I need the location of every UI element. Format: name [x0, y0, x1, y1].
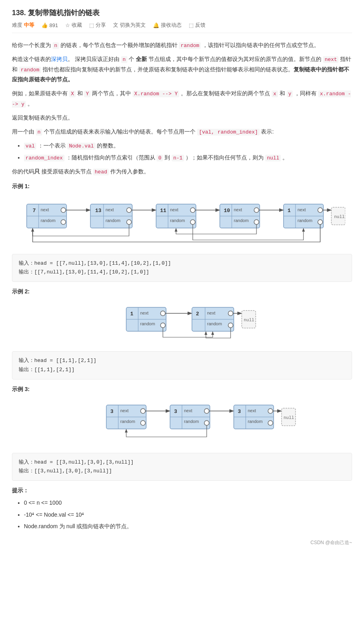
- svg-text:random: random: [120, 419, 135, 424]
- collect-button[interactable]: ☆ 收藏: [65, 22, 82, 29]
- difficulty-section: 难度 中等: [12, 22, 34, 29]
- svg-point-74: [141, 421, 145, 425]
- feedback-button[interactable]: ⬚ 反馈: [189, 22, 205, 29]
- hint-item-3: Node.random 为 null 或指向链表中的节点。: [24, 522, 352, 531]
- svg-point-38: [318, 208, 323, 212]
- description-list: val ：一个表示 Node.val 的整数。 random_index ：随机…: [12, 141, 352, 163]
- example1-diagram: 7 next random 13 next random 11 next ran…: [12, 194, 352, 250]
- svg-point-89: [268, 409, 273, 413]
- share-icon: ⬚: [89, 22, 94, 28]
- svg-text:next: next: [248, 408, 256, 413]
- svg-text:next: next: [41, 207, 49, 212]
- bullet-item-1: val ：一个表示 Node.val 的整数。: [24, 141, 352, 151]
- example1-svg: 7 next random 13 next random 11 next ran…: [19, 196, 345, 248]
- svg-text:7: 7: [33, 208, 36, 214]
- svg-text:next: next: [170, 207, 178, 212]
- svg-point-54: [160, 323, 165, 328]
- svg-text:next: next: [184, 408, 192, 413]
- deep-copy-link[interactable]: 深拷贝: [51, 56, 68, 62]
- example3-code: 输入：head = [[3,null],[3,0],[3,null]] 输出：[…: [12, 453, 352, 481]
- example1-input: 输入：head = [[7,null],[13,0],[11,4],[10,2]…: [19, 259, 345, 268]
- description-para2: 构造这个链表的深拷贝。 深拷贝应该正好由 n 个 全新 节点组成，其中每个新节点…: [12, 54, 352, 85]
- difficulty-label: 难度: [12, 22, 22, 29]
- notify-button[interactable]: 🔔 接收动态: [153, 22, 182, 29]
- hint-item-2: -10⁴ <= Node.val <= 10⁴: [24, 510, 352, 520]
- svg-text:next: next: [207, 311, 215, 315]
- svg-text:11: 11: [160, 208, 166, 214]
- svg-text:10: 10: [224, 208, 230, 214]
- svg-point-7: [61, 220, 66, 224]
- example2-diagram: 1 next random 2 next random null: [12, 299, 352, 347]
- language-icon: 文: [113, 22, 118, 29]
- example1-title: 示例 1:: [12, 183, 352, 190]
- example3-input: 输入：head = [[3,null],[3,0],[3,null]]: [19, 458, 345, 467]
- feedback-icon: ⬚: [189, 22, 194, 28]
- svg-text:random: random: [140, 321, 155, 326]
- description-para3: 例如，如果原链表中有 X 和 Y 两个节点，其中 X.random --> Y …: [12, 88, 352, 109]
- example1-output: 输出：[[7,null],[13,0],[11,4],[10,2],[1,0]]: [19, 268, 345, 277]
- likes-button[interactable]: 👍 891: [41, 22, 58, 28]
- likes-count: 891: [49, 22, 58, 28]
- svg-point-31: [254, 220, 259, 224]
- hints-title: 提示：: [12, 487, 352, 494]
- svg-text:13: 13: [95, 208, 102, 214]
- example3-diagram: 3 next random 3 next random 3 next rando…: [12, 397, 352, 449]
- example2-title: 示例 2:: [12, 288, 352, 295]
- share-button[interactable]: ⬚ 分享: [89, 22, 106, 29]
- example3-svg: 3 next random 3 next random 3 next rando…: [63, 399, 301, 447]
- svg-text:null: null: [244, 318, 254, 322]
- svg-text:random: random: [106, 218, 120, 223]
- svg-point-14: [127, 208, 131, 212]
- svg-point-30: [254, 208, 259, 212]
- page-title: 138. 复制带随机指针的链表: [12, 8, 352, 18]
- svg-text:random: random: [184, 419, 199, 424]
- svg-point-73: [141, 409, 145, 413]
- svg-point-23: [190, 220, 195, 224]
- example3-title: 示例 3:: [12, 386, 352, 393]
- svg-point-90: [268, 421, 273, 425]
- svg-text:null: null: [284, 415, 294, 420]
- svg-text:null: null: [334, 214, 344, 219]
- svg-text:next: next: [234, 207, 242, 212]
- description-para1: 给你一个长度为 n 的链表，每个节点包含一个额外增加的随机指针 random ，…: [12, 40, 352, 50]
- svg-point-53: [160, 311, 165, 316]
- svg-point-15: [127, 220, 131, 224]
- footer: CSDN @命由己造~: [12, 539, 352, 546]
- example3-output: 输出：[[3,null],[3,0],[3,null]]: [19, 467, 345, 476]
- svg-text:next: next: [106, 207, 114, 212]
- feedback-label: 反馈: [195, 22, 205, 29]
- svg-text:random: random: [297, 218, 312, 223]
- problem-description: 给你一个长度为 n 的链表，每个节点包含一个额外增加的随机指针 random ，…: [12, 40, 352, 177]
- hint-item-1: 0 <= n <= 1000: [24, 498, 352, 508]
- hints-section: 提示： 0 <= n <= 1000 -10⁴ <= Node.val <= 1…: [12, 487, 352, 531]
- example2-svg: 1 next random 2 next random null: [82, 301, 282, 345]
- svg-text:2: 2: [196, 311, 199, 317]
- svg-text:random: random: [41, 218, 55, 223]
- hints-list: 0 <= n <= 1000 -10⁴ <= Node.val <= 10⁴ N…: [12, 498, 352, 531]
- svg-text:random: random: [234, 218, 249, 223]
- svg-point-22: [190, 208, 195, 212]
- svg-text:3: 3: [238, 409, 241, 415]
- svg-text:3: 3: [174, 409, 177, 415]
- svg-point-6: [61, 208, 66, 212]
- switch-label: 切换为英文: [120, 22, 146, 29]
- description-para4: 返回复制链表的头节点。: [12, 113, 352, 123]
- svg-text:1: 1: [130, 311, 133, 317]
- svg-text:next: next: [297, 207, 306, 212]
- svg-text:1: 1: [288, 208, 291, 214]
- svg-text:random: random: [170, 218, 185, 223]
- example2-input: 输入：head = [[1,1],[2,1]]: [19, 356, 345, 365]
- svg-text:3: 3: [110, 409, 114, 415]
- bell-icon: 🔔: [153, 22, 159, 28]
- svg-text:random: random: [248, 419, 262, 424]
- collect-label: 收藏: [72, 22, 82, 29]
- share-label: 分享: [96, 22, 106, 29]
- bullet-item-2: random_index ：随机指针指向的节点索引（范围从 0 到 n-1 ）；…: [24, 153, 352, 163]
- example1-code: 输入：head = [[7,null],[13,0],[11,4],[10,2]…: [12, 254, 352, 282]
- svg-text:next: next: [140, 311, 149, 315]
- svg-text:next: next: [120, 408, 129, 413]
- example2-output: 输出：[[1,1],[2,1]]: [19, 366, 345, 374]
- star-icon: ☆: [65, 22, 70, 28]
- difficulty-badge: 中等: [24, 22, 34, 29]
- switch-language-button[interactable]: 文 切换为英文: [113, 22, 146, 29]
